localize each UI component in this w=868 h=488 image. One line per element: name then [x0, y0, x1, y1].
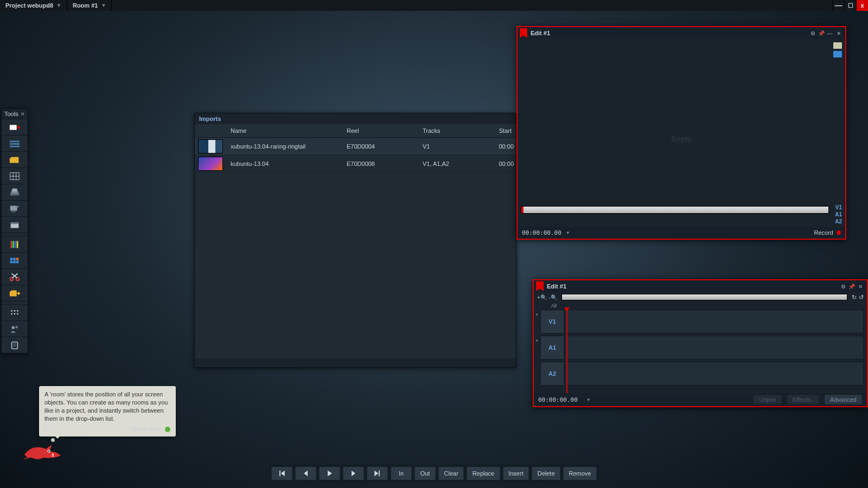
chevron-down-icon[interactable]: ▼: [566, 230, 570, 235]
transport-bar: In Out Clear Replace Insert Delete Remov…: [269, 464, 599, 483]
expand-icon[interactable]: ▸: [534, 336, 540, 359]
window-minimize-button[interactable]: —: [832, 0, 844, 11]
import-row[interactable]: xubuntu-13.04-raring-ringtail E70D0004 V…: [195, 138, 516, 155]
step-forward-button[interactable]: [343, 466, 365, 480]
layers-tool[interactable]: [2, 184, 28, 200]
track-lane[interactable]: [566, 310, 864, 333]
zoom-in-icon[interactable]: +🔍: [537, 294, 547, 300]
timeline-tool[interactable]: [2, 135, 28, 151]
scrub-bar[interactable]: [521, 206, 829, 214]
zoom-out-icon[interactable]: -🔍: [549, 294, 557, 300]
track-header[interactable]: V1: [540, 310, 564, 333]
effects-button[interactable]: Effects..: [787, 394, 820, 405]
gear-icon[interactable]: ⚙: [808, 30, 817, 36]
pin-icon[interactable]: 📌: [847, 284, 856, 290]
track-lane[interactable]: [566, 362, 864, 386]
timecode[interactable]: 00:00:00.00: [538, 396, 578, 403]
out-button[interactable]: Out: [414, 466, 436, 480]
tools-titlebar[interactable]: Tools ⤫: [2, 109, 28, 119]
in-button[interactable]: In: [391, 466, 412, 480]
playhead-icon[interactable]: [521, 207, 524, 213]
edit-timeline-titlebar[interactable]: Edit #1 ⚙ 📌 ✕: [534, 280, 867, 292]
go-end-button[interactable]: [367, 466, 388, 480]
viewer-canvas[interactable]: Empty V1 A1 A2 00:00:00.00 ▼ Record: [518, 39, 845, 239]
timeline-ruler[interactable]: [561, 294, 847, 300]
grid-tool[interactable]: [2, 168, 28, 184]
track-labels: V1 A1 A2: [835, 204, 842, 224]
svg-point-41: [48, 451, 49, 452]
svg-rect-24: [13, 261, 16, 264]
delete-button[interactable]: Delete: [532, 466, 561, 480]
import-row[interactable]: kubuntu-13.04 E70D0008 V1, A1,A2 00:00: [195, 155, 516, 172]
clear-button[interactable]: Clear: [438, 466, 464, 480]
insert-button[interactable]: Insert: [502, 466, 529, 480]
edit-timeline-title: Edit #1: [547, 283, 839, 290]
play-button[interactable]: [319, 466, 341, 480]
advanced-button[interactable]: Advanced: [824, 394, 863, 405]
pin-icon[interactable]: 📌: [817, 30, 826, 36]
record-icon: [837, 230, 841, 235]
show-hints-toggle[interactable]: Show hints: [44, 426, 170, 432]
track-label[interactable]: A1: [835, 211, 842, 217]
toggle-on-icon: [165, 427, 170, 432]
track-header[interactable]: A2: [540, 362, 564, 386]
apps-tool[interactable]: [2, 304, 28, 320]
track-label[interactable]: A2: [835, 219, 842, 224]
import-tool[interactable]: [2, 119, 28, 135]
list-icon[interactable]: [833, 51, 842, 57]
window-maximize-button[interactable]: ☐: [844, 0, 856, 11]
tools-palette: Tools ⤫: [1, 108, 28, 354]
gear-icon[interactable]: ⚙: [839, 284, 847, 290]
imports-title[interactable]: Imports: [195, 113, 516, 124]
svg-rect-1: [10, 140, 20, 142]
edit-viewer-titlebar[interactable]: Edit #1 ⚙ 📌 — ✕: [518, 27, 845, 39]
window-close-button[interactable]: x: [856, 0, 868, 11]
timecode[interactable]: 00:00:00.00: [522, 229, 561, 236]
export-tool[interactable]: [2, 285, 28, 301]
unjoin-button[interactable]: Unjoin: [753, 394, 782, 405]
track-label[interactable]: V1: [835, 204, 842, 210]
track-header[interactable]: A1: [540, 336, 564, 359]
menubar: Project webupd8 ▼ Room #1 ▼ — ☐ x: [0, 0, 868, 11]
close-icon[interactable]: ✕: [856, 284, 865, 290]
remove-button[interactable]: Remove: [563, 466, 597, 480]
close-icon[interactable]: ✕: [834, 30, 843, 36]
svg-point-31: [14, 310, 16, 311]
expand-icon[interactable]: [534, 362, 540, 386]
loop-icon[interactable]: ↺: [859, 294, 864, 301]
svg-rect-39: [12, 343, 16, 346]
pin-icon[interactable]: ⤫: [21, 111, 25, 117]
room-menu[interactable]: Room #1 ▼: [67, 0, 112, 11]
column-reel[interactable]: Reel: [342, 127, 418, 134]
minimize-icon[interactable]: —: [826, 30, 834, 36]
keypad-tool[interactable]: [2, 252, 28, 268]
go-start-button[interactable]: [271, 466, 293, 480]
users-tool[interactable]: [2, 320, 28, 337]
cut-tool[interactable]: [2, 268, 28, 285]
record-button[interactable]: Record: [814, 229, 841, 236]
column-tracks[interactable]: Tracks: [418, 127, 483, 134]
edit-viewer-title: Edit #1: [531, 30, 808, 36]
replace-button[interactable]: Replace: [467, 466, 500, 480]
chevron-down-icon[interactable]: ▼: [586, 397, 591, 402]
track-lane[interactable]: [566, 336, 864, 359]
disk-tool[interactable]: [2, 216, 28, 233]
folder-icon[interactable]: [833, 42, 842, 49]
svg-point-36: [12, 326, 15, 329]
expand-icon[interactable]: ▸: [534, 310, 540, 333]
output-tool[interactable]: [2, 200, 28, 216]
timeline-track-row: A2: [534, 362, 864, 386]
column-name[interactable]: Name: [226, 127, 342, 134]
column-start[interactable]: Start: [483, 127, 516, 134]
project-menu[interactable]: Project webupd8 ▼: [0, 0, 67, 11]
device-tool[interactable]: [2, 337, 28, 353]
playhead[interactable]: [566, 310, 567, 393]
svg-rect-20: [10, 258, 13, 260]
mascot-shark-icon[interactable]: [22, 439, 62, 462]
step-back-button[interactable]: [295, 466, 317, 480]
scopes-tool[interactable]: [2, 236, 28, 252]
all-tracks-label[interactable]: All: [534, 302, 867, 310]
loop-icon[interactable]: ↻: [852, 294, 857, 301]
project-label: Project webupd8: [5, 2, 53, 9]
bin-tool[interactable]: [2, 151, 28, 168]
